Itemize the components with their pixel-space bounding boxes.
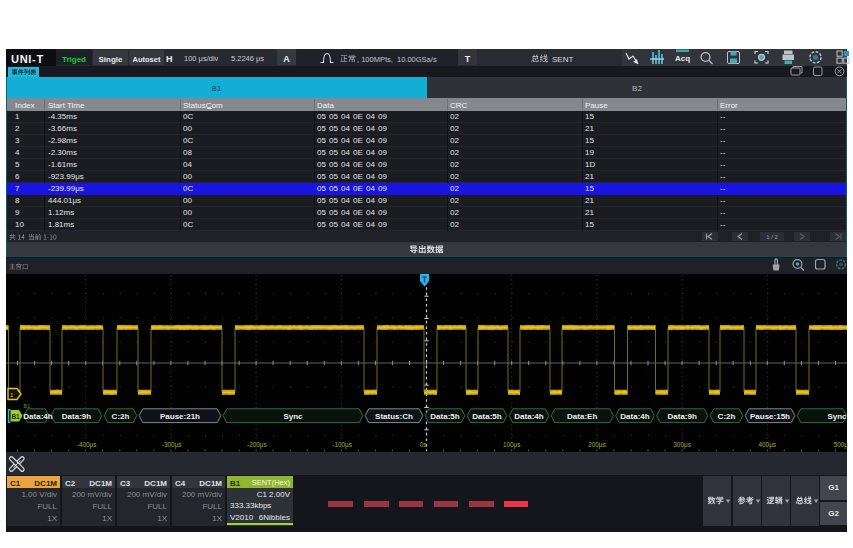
svg-text:Data:Eh: Data:Eh [567,412,597,421]
svg-text:Status:Ch: Status:Ch [375,412,413,421]
svg-text:-300μs: -300μs [162,441,182,449]
svg-text:Data:4h: Data:4h [23,412,52,421]
svg-text:Data:9h: Data:9h [668,412,697,421]
svg-text:200μs: 200μs [588,441,606,449]
svg-text:Pause:21h: Pause:21h [160,412,200,421]
svg-text:Data:9h: Data:9h [62,412,91,421]
svg-text:C:2h: C:2h [112,412,130,421]
svg-text:300μs: 300μs [673,441,691,449]
svg-text:Data:4h: Data:4h [620,412,649,421]
svg-text:B1: B1 [24,403,31,409]
svg-text:-200μs: -200μs [247,441,267,449]
svg-text:Data:5h: Data:5h [472,412,501,421]
svg-text:Pause:15h: Pause:15h [750,412,790,421]
svg-text:100μs: 100μs [503,441,521,449]
svg-text:-100μs: -100μs [332,441,352,449]
svg-text:Data:5h: Data:5h [430,412,459,421]
svg-text:Sync: Sync [827,412,847,421]
svg-text:Sync: Sync [283,412,303,421]
svg-text:400μs: 400μs [759,441,777,449]
svg-text:C:2h: C:2h [718,412,736,421]
svg-text:500μ: 500μ [834,441,849,449]
svg-text:B1: B1 [12,413,21,420]
svg-text:Data:4h: Data:4h [514,412,543,421]
svg-text:-400μs: -400μs [77,441,97,449]
svg-text:0s: 0s [420,441,427,448]
